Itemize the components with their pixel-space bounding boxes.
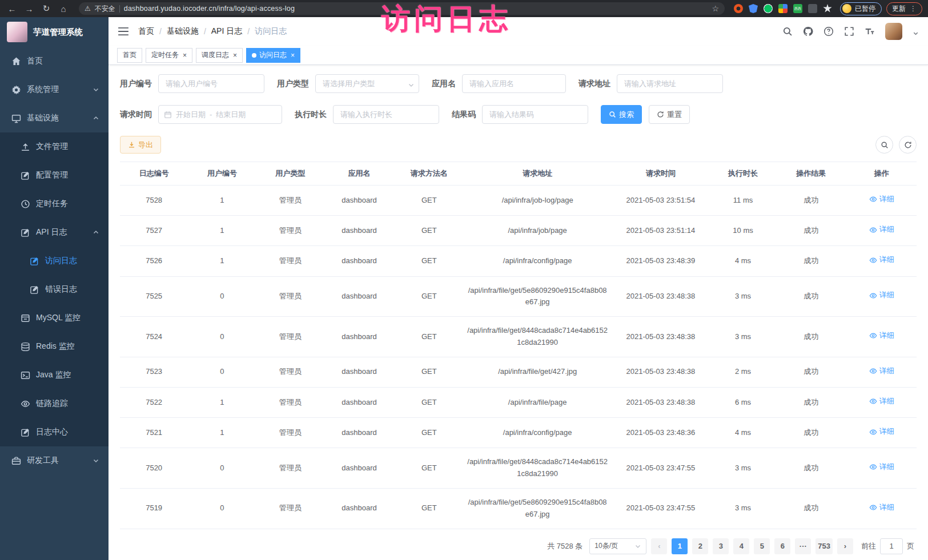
sidebar-item-trace[interactable]: 链路追踪	[0, 389, 109, 418]
font-size-icon[interactable]	[865, 26, 875, 37]
browser-forward-icon[interactable]: →	[23, 4, 35, 14]
browser-reload-icon[interactable]: ↻	[40, 3, 53, 14]
green-extension-icon[interactable]	[764, 4, 773, 13]
fullscreen-icon[interactable]	[844, 26, 854, 37]
table-cell: dashboard	[324, 387, 394, 417]
search-button[interactable]: 搜索	[601, 105, 642, 124]
task-icon	[21, 199, 30, 209]
sidebar-item-home[interactable]: 首页	[0, 47, 109, 75]
breadcrumb-api-log[interactable]: API 日志	[211, 26, 242, 37]
search-icon[interactable]	[782, 26, 793, 37]
table-cell: 管理员	[256, 448, 324, 489]
detail-link[interactable]: 详细	[869, 330, 894, 342]
orange-extension-icon[interactable]	[734, 4, 743, 13]
sidebar-item-infrastructure[interactable]: 基础设施	[0, 104, 109, 132]
tab-home[interactable]: 首页	[117, 48, 142, 63]
app-name-input[interactable]	[462, 74, 566, 93]
detail-link[interactable]: 详细	[869, 254, 894, 266]
pin-extension-icon[interactable]	[823, 4, 832, 13]
close-icon[interactable]: ×	[233, 51, 237, 59]
eye-icon	[869, 367, 877, 375]
sidebar-item-java-monitor[interactable]: Java 监控	[0, 361, 109, 389]
browser-menu-icon[interactable]: ⋮	[910, 5, 917, 13]
request-time-label: 请求时间	[120, 110, 152, 120]
sidebar-item-access-log[interactable]: 访问日志	[0, 247, 109, 275]
user-type-select[interactable]	[315, 74, 419, 93]
table-cell-actions: 详细	[847, 317, 917, 357]
request-time-range-picker[interactable]: 开始日期 - 结束日期	[158, 105, 282, 124]
duration-input[interactable]	[333, 105, 439, 124]
page-button-753[interactable]: 753	[815, 538, 833, 554]
detail-link[interactable]: 详细	[869, 396, 894, 408]
help-icon[interactable]	[823, 26, 834, 37]
result-code-input[interactable]	[482, 105, 588, 124]
export-button[interactable]: 导出	[120, 136, 161, 154]
github-icon[interactable]	[803, 26, 813, 37]
page-button-4[interactable]: 4	[733, 538, 749, 554]
toggle-search-button[interactable]	[875, 136, 893, 154]
table-cell: 0	[188, 276, 256, 317]
table-cell: 2021-05-03 23:51:14	[611, 216, 710, 246]
table-cell: dashboard	[324, 488, 394, 529]
user-avatar[interactable]	[885, 23, 902, 40]
detail-link[interactable]: 详细	[869, 224, 894, 236]
shield-extension-icon[interactable]	[749, 4, 758, 13]
page-button-2[interactable]: 2	[692, 538, 708, 554]
request-url-label: 请求地址	[579, 79, 610, 89]
browser-update-button[interactable]: 更新 ⋮	[886, 2, 922, 15]
browser-back-icon[interactable]: ←	[6, 4, 18, 14]
tab-job[interactable]: 定时任务×	[146, 48, 192, 63]
page-button-3[interactable]: 3	[713, 538, 729, 554]
profile-emoji-icon	[842, 4, 851, 13]
reset-button[interactable]: 重置	[649, 105, 690, 124]
user-id-input[interactable]	[158, 74, 264, 93]
script-extension-icon[interactable]	[808, 4, 817, 13]
bb-extension-icon[interactable]	[793, 4, 802, 13]
detail-link[interactable]: 详细	[869, 194, 894, 206]
detail-link[interactable]: 详细	[869, 289, 894, 301]
sidebar-item-label: Java 监控	[36, 370, 71, 380]
page-ellipsis[interactable]: ···	[795, 538, 811, 554]
detail-link[interactable]: 详细	[869, 365, 894, 377]
detail-link[interactable]: 详细	[869, 461, 894, 473]
sidebar-item-api-log[interactable]: API 日志	[0, 218, 109, 247]
page-size-select[interactable]: 10条/页	[589, 538, 646, 554]
prev-page-button[interactable]: ‹	[651, 538, 667, 554]
detail-link[interactable]: 详细	[869, 502, 894, 514]
close-icon[interactable]: ×	[183, 51, 187, 59]
sidebar-item-system-management[interactable]: 系统管理	[0, 75, 109, 104]
sidebar-item-label: 系统管理	[27, 84, 59, 95]
table-cell-actions: 详细	[847, 418, 917, 448]
detail-link[interactable]: 详细	[869, 426, 894, 438]
close-icon[interactable]: ×	[291, 51, 295, 59]
page-button-5[interactable]: 5	[754, 538, 770, 554]
hamburger-icon[interactable]	[118, 26, 129, 37]
tab-api-access-log[interactable]: 访问日志×	[246, 48, 300, 63]
refresh-table-button[interactable]	[899, 136, 917, 154]
app-title: 芋道管理系统	[33, 27, 83, 38]
tab-job-log[interactable]: 调度日志×	[196, 48, 243, 63]
bookmark-star-icon[interactable]: ☆	[712, 4, 719, 13]
app-logo-row[interactable]: 芋道管理系统	[0, 17, 109, 47]
sidebar-item-error-log[interactable]: 错误日志	[0, 275, 109, 304]
breadcrumb-infrastructure[interactable]: 基础设施	[167, 26, 199, 37]
sidebar-item-scheduled-tasks[interactable]: 定时任务	[0, 190, 109, 218]
sidebar-item-dev-tools[interactable]: 研发工具	[0, 446, 109, 475]
browser-home-icon[interactable]: ⌂	[57, 4, 70, 14]
infra-icon	[11, 114, 21, 123]
profile-paused-badge[interactable]: 已暂停	[840, 2, 882, 15]
breadcrumb-home[interactable]: 首页	[138, 26, 154, 37]
sidebar-item-redis-monitor[interactable]: Redis 监控	[0, 332, 109, 361]
page-button-1[interactable]: 1	[672, 538, 688, 554]
sidebar-item-file-management[interactable]: 文件管理	[0, 132, 109, 161]
page-button-6[interactable]: 6	[774, 538, 790, 554]
goto-page-input[interactable]	[880, 538, 903, 554]
request-url-input[interactable]	[617, 74, 723, 93]
next-page-button[interactable]: ›	[837, 538, 853, 554]
grid-extension-icon[interactable]	[778, 4, 788, 13]
browser-url-bar[interactable]: ⚠ 不安全 dashboard.yudao.iocoder.cn/infra/l…	[79, 2, 725, 15]
sidebar-item-mysql-monitor[interactable]: MySQL 监控	[0, 304, 109, 332]
chevron-down-icon[interactable]	[913, 29, 919, 35]
sidebar-item-log-center[interactable]: 日志中心	[0, 418, 109, 446]
sidebar-item-config-management[interactable]: 配置管理	[0, 161, 109, 190]
